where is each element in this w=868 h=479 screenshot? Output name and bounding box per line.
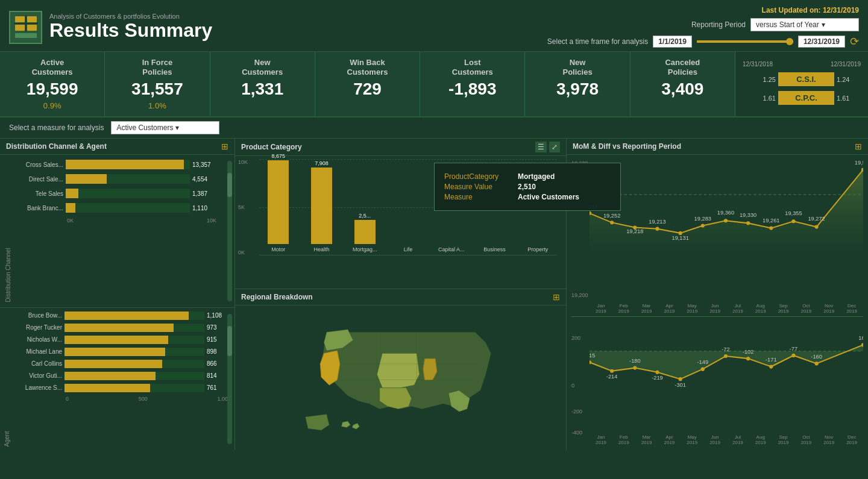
csi-row: 1.25 C.S.I. 1.24 xyxy=(743,72,861,86)
svg-point-42 xyxy=(633,366,637,370)
svg-text:-149: -149 xyxy=(697,360,709,366)
dist-bar-row-3: Bank Branc... 1,110 xyxy=(14,203,216,213)
svg-point-46 xyxy=(724,354,728,358)
kpi-row: ActiveCustomers 19,599 0.9% In ForcePoli… xyxy=(0,52,868,117)
agent-row-2: Nicholas W... 915 xyxy=(13,336,231,344)
dist-bar-row-1: Direct Sale... 4,554 xyxy=(14,174,216,184)
svg-rect-4 xyxy=(15,33,37,38)
product-tooltip: ProductCategory Mortgaged Measure Value … xyxy=(434,163,621,211)
kpi-new-policies: NewPolicies 3,978 xyxy=(525,52,630,116)
agent-row-3: Michael Lane 898 xyxy=(13,348,231,356)
agent-y-label: Agent xyxy=(4,312,10,447)
dist-channel-title: Distribution Channel & Agent xyxy=(6,142,107,151)
agent-chart: Agent Bruce Bow... 1,108 Roger Tucker xyxy=(0,308,234,451)
kpi-win-back-customers: Win BackCustomers 729 xyxy=(315,52,420,116)
agent-scrollbar-thumb xyxy=(227,326,232,356)
product-bar-mortgaged[interactable]: 2,5... Mortgag... xyxy=(345,213,384,252)
kpi-in-force-policies: In ForcePolicies 31,557 1.0% xyxy=(105,52,210,116)
agent-row-0: Bruce Bow... 1,108 xyxy=(13,312,231,320)
svg-text:19,355: 19,355 xyxy=(785,210,802,216)
product-category-title: Product Category xyxy=(241,143,302,151)
header-text: Analysis of Customers & portfolios Evolu… xyxy=(49,13,212,41)
bar-name-0: Cross Sales... xyxy=(14,161,63,168)
mom-title: MoM & Diff vs Reporting Period xyxy=(573,142,681,151)
measure-selector[interactable]: Active Customers ▾ xyxy=(111,121,219,134)
product-bar-motor[interactable]: 8,675 Motor xyxy=(259,153,298,252)
mom-upper-svg: 19,317 19,252 19,218 19,213 19,131 19,28… xyxy=(590,157,863,251)
us-map-svg xyxy=(286,311,515,443)
svg-point-41 xyxy=(610,369,614,373)
dist-channel-header: Distribution Channel & Agent ⊞ xyxy=(0,139,234,155)
svg-rect-1 xyxy=(27,16,37,22)
agent-row-1: Roger Tucker 973 xyxy=(13,324,231,332)
dist-channel-icons: ⊞ xyxy=(221,142,228,151)
bottom-area: Distribution Channel & Agent ⊞ Distribut… xyxy=(0,139,868,450)
header: Analysis of Customers & portfolios Evolu… xyxy=(0,0,868,52)
reporting-period-row: Reporting Period versus Start of Year ▾ xyxy=(691,18,859,31)
svg-point-22 xyxy=(791,219,795,223)
date-end[interactable]: 12/31/2019 xyxy=(798,36,845,48)
svg-text:-77: -77 xyxy=(790,346,797,352)
dist-bar-row-2: Tele Sales 1,387 xyxy=(14,189,216,198)
svg-point-48 xyxy=(769,365,773,369)
product-bar-life[interactable]: Life xyxy=(389,243,427,252)
svg-point-20 xyxy=(746,221,750,225)
mom-lower-chart: 200 0 -200 -400 xyxy=(571,317,863,448)
agent-section: Agent Bruce Bow... 1,108 Roger Tucker xyxy=(0,307,234,451)
csi-cpc-panel: 12/31/2018 12/31/2019 1.25 C.S.I. 1.24 1… xyxy=(735,52,868,116)
svg-text:-171: -171 xyxy=(766,357,777,363)
date-slider[interactable] xyxy=(697,40,793,43)
svg-point-21 xyxy=(769,227,773,230)
regional-icon: ⊞ xyxy=(553,292,560,302)
measure-selector-label: Select a measure for analysis xyxy=(9,124,104,132)
agent-row-5: Victor Guti... 814 xyxy=(13,372,231,380)
svg-text:19,218: 19,218 xyxy=(626,228,643,234)
svg-point-44 xyxy=(679,377,682,381)
svg-text:19,360: 19,360 xyxy=(717,210,734,216)
svg-text:19,252: 19,252 xyxy=(603,213,620,219)
measure-selector-row: Select a measure for analysis Active Cus… xyxy=(0,117,868,139)
svg-text:-160: -160 xyxy=(811,354,822,360)
mom-lower-svg: -115 -214 -180 -219 -301 -149 -72 -102 -… xyxy=(590,317,863,392)
page-title: Results Summary xyxy=(49,20,212,41)
header-right: Last Updated on: 12/31/2019 Reporting Pe… xyxy=(547,6,859,48)
svg-point-49 xyxy=(791,354,795,357)
filter-icon[interactable]: ⊞ xyxy=(221,142,228,151)
agent-row-6: Lawrence S... 761 xyxy=(13,384,231,392)
svg-text:19,283: 19,283 xyxy=(694,216,711,222)
last-updated: Last Updated on: 12/31/2019 xyxy=(762,6,859,14)
svg-point-50 xyxy=(815,362,819,365)
reporting-period-select[interactable]: versus Start of Year ▾ xyxy=(750,18,859,31)
svg-point-14 xyxy=(610,221,614,224)
time-frame-label: Select a time frame for analysis xyxy=(547,37,648,46)
clock-icon: ⟳ xyxy=(850,35,859,48)
svg-point-43 xyxy=(655,371,659,374)
cpc-row: 1.61 C.P.C. 1.61 xyxy=(743,91,861,105)
app-logo xyxy=(9,11,42,44)
svg-text:19,261: 19,261 xyxy=(763,218,779,224)
kpi-new-customers: NewCustomers 1,331 xyxy=(210,52,315,116)
svg-point-45 xyxy=(701,368,705,371)
svg-text:19,131: 19,131 xyxy=(671,235,688,241)
agent-bars: Bruce Bow... 1,108 Roger Tucker 973 xyxy=(13,312,231,447)
dist-scrollbar[interactable] xyxy=(227,161,232,301)
regional-title: Regional Breakdown xyxy=(241,293,313,301)
svg-rect-2 xyxy=(15,25,25,31)
agent-scrollbar[interactable] xyxy=(227,314,232,445)
dist-scrollbar-thumb xyxy=(227,173,232,197)
regional-header: Regional Breakdown ⊞ xyxy=(235,289,566,305)
date-start[interactable]: 1/1/2019 xyxy=(653,36,692,48)
time-frame-row: Select a time frame for analysis 1/1/201… xyxy=(547,35,859,48)
header-left: Analysis of Customers & portfolios Evolu… xyxy=(9,11,212,44)
mid-column: Product Category ☰ ⤢ 10K 5K 0K xyxy=(235,139,567,450)
svg-point-19 xyxy=(724,219,728,222)
svg-text:-180: -180 xyxy=(629,358,641,364)
svg-text:19,272: 19,272 xyxy=(808,216,825,222)
product-bar-health[interactable]: 7,908 Health xyxy=(303,160,341,252)
svg-text:-102: -102 xyxy=(743,349,754,355)
svg-rect-0 xyxy=(15,16,25,22)
svg-text:167: 167 xyxy=(858,335,863,341)
svg-text:19,599: 19,599 xyxy=(855,160,863,166)
svg-text:-115: -115 xyxy=(590,352,595,358)
dist-y-label: Distribution Channel xyxy=(5,160,11,302)
